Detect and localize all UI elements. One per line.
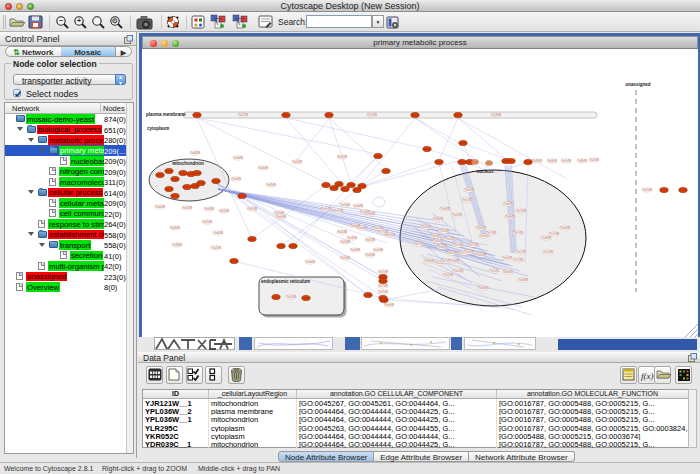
svg-text:Yxx6xW: Yxx6xW <box>170 226 180 230</box>
svg-text:unassigned: unassigned <box>625 82 650 87</box>
svg-text:Yxx1xW: Yxx1xW <box>453 269 463 273</box>
svg-text:Yxx8xW: Yxx8xW <box>190 151 200 155</box>
svg-text:Yxx6xW: Yxx6xW <box>440 207 450 211</box>
svg-text:plasma membrane: plasma membrane <box>146 112 186 117</box>
svg-text:Yxx6xW: Yxx6xW <box>449 259 459 263</box>
svg-text:cytoplasm: cytoplasm <box>147 126 169 131</box>
svg-text:Yxx5xW: Yxx5xW <box>340 240 350 244</box>
svg-text:Yxx4xW: Yxx4xW <box>447 251 457 255</box>
svg-text:Yxx6xW: Yxx6xW <box>476 226 486 230</box>
svg-text:Yxx5xW: Yxx5xW <box>430 234 440 238</box>
svg-text:+: + <box>77 17 81 24</box>
svg-text:Yxx5xW: Yxx5xW <box>421 225 431 229</box>
svg-text:Yxx8xW: Yxx8xW <box>577 159 587 163</box>
svg-text:Yxx3xW: Yxx3xW <box>491 113 501 117</box>
svg-text:Yxx5xW: Yxx5xW <box>439 229 449 233</box>
svg-text:Yxx1xW: Yxx1xW <box>543 250 553 254</box>
svg-text:Yxx1xW: Yxx1xW <box>453 243 463 247</box>
svg-text:Yxx3xW: Yxx3xW <box>347 236 357 240</box>
svg-text:mitochondrion: mitochondrion <box>172 161 204 166</box>
svg-text:Yxx1xW: Yxx1xW <box>462 198 472 202</box>
svg-text:Yxx0xW: Yxx0xW <box>452 213 462 217</box>
svg-text:Yxx0xW: Yxx0xW <box>443 273 453 277</box>
svg-text:Yxx2xW: Yxx2xW <box>292 160 302 164</box>
svg-text:Yxx7xW: Yxx7xW <box>513 258 523 262</box>
svg-text:Yxx5xW: Yxx5xW <box>367 113 377 117</box>
svg-text:Yxx8xW: Yxx8xW <box>505 215 515 219</box>
svg-text:Yxx1xW: Yxx1xW <box>516 250 526 254</box>
svg-text:Yxx7xW: Yxx7xW <box>378 290 388 294</box>
svg-text:Yxx7xW: Yxx7xW <box>486 231 496 235</box>
svg-text:Yxx0xW: Yxx0xW <box>353 204 363 208</box>
svg-text:Yxx7xW: Yxx7xW <box>378 270 388 274</box>
svg-text:Yxx5xW: Yxx5xW <box>286 295 296 299</box>
svg-text:Yxx4xW: Yxx4xW <box>276 215 286 219</box>
svg-text:Yxx2xW: Yxx2xW <box>247 207 257 211</box>
svg-text:Yxx7xW: Yxx7xW <box>333 209 343 213</box>
svg-text:Yxx3xW: Yxx3xW <box>518 278 528 282</box>
svg-text:Yxx8xW: Yxx8xW <box>541 236 551 240</box>
svg-text:Yxx4xW: Yxx4xW <box>258 166 268 170</box>
svg-text:Yxx6xW: Yxx6xW <box>503 202 513 206</box>
svg-text:Yxx1xW: Yxx1xW <box>516 209 526 213</box>
svg-text:Yxx0xW: Yxx0xW <box>155 205 165 209</box>
svg-text:Yxx2xW: Yxx2xW <box>211 246 221 250</box>
svg-text:Yxx3xW: Yxx3xW <box>464 250 474 254</box>
svg-text:Yxx8xW: Yxx8xW <box>433 239 443 243</box>
svg-text:Yxx4xW: Yxx4xW <box>384 303 394 307</box>
svg-text:Yxx4xW: Yxx4xW <box>321 207 331 211</box>
svg-text:Yxx7xW: Yxx7xW <box>513 231 523 235</box>
svg-text:Yxx7xW: Yxx7xW <box>468 243 478 247</box>
svg-text:Yxx5xW: Yxx5xW <box>340 256 350 260</box>
svg-text:Yxx3xW: Yxx3xW <box>365 253 375 257</box>
svg-text:Yxx4xW: Yxx4xW <box>231 177 241 181</box>
svg-text:Yxx7xW: Yxx7xW <box>414 242 424 246</box>
svg-text:Yxx5xW: Yxx5xW <box>340 203 350 207</box>
svg-text:Yxx1xW: Yxx1xW <box>219 209 229 213</box>
svg-text:Yxx4xW: Yxx4xW <box>204 207 214 211</box>
svg-text:Yxx5xW: Yxx5xW <box>502 256 512 260</box>
svg-text:Yxx6xW: Yxx6xW <box>350 248 360 252</box>
svg-text:Yxx4xW: Yxx4xW <box>213 231 223 235</box>
svg-text:Yxx2xW: Yxx2xW <box>274 211 284 215</box>
svg-text:Yxx8xW: Yxx8xW <box>172 243 182 247</box>
svg-text:Yxx7xW: Yxx7xW <box>549 232 559 236</box>
svg-text:Yxx2xW: Yxx2xW <box>337 230 347 234</box>
svg-text:Yxx6xW: Yxx6xW <box>503 270 513 274</box>
svg-text:endoplasmic reticulum: endoplasmic reticulum <box>261 279 310 284</box>
svg-text:Yxx8xW: Yxx8xW <box>424 259 434 263</box>
svg-text:Yxx2xW: Yxx2xW <box>445 237 455 241</box>
svg-text:Yxx8xW: Yxx8xW <box>433 217 443 221</box>
svg-text:Yxx1xW: Yxx1xW <box>489 269 499 273</box>
svg-text:Yxx8xW: Yxx8xW <box>532 159 542 163</box>
svg-text:Yxx2xW: Yxx2xW <box>337 155 347 159</box>
svg-text:Yxx3xW: Yxx3xW <box>266 183 276 187</box>
svg-text:Yxx3xW: Yxx3xW <box>464 188 474 192</box>
svg-text:Yxx0xW: Yxx0xW <box>560 226 570 230</box>
svg-text:⊙: ⊙ <box>112 17 118 24</box>
svg-text:Yxx4xW: Yxx4xW <box>357 226 367 230</box>
svg-text:Yxx2xW: Yxx2xW <box>238 113 248 117</box>
svg-text:Yxx2xW: Yxx2xW <box>589 158 599 162</box>
svg-text:Yxx7xW: Yxx7xW <box>378 284 388 288</box>
svg-text:Yxx2xW: Yxx2xW <box>202 220 212 224</box>
svg-text:Yxx3xW: Yxx3xW <box>437 245 447 249</box>
svg-text:Yxx2xW: Yxx2xW <box>373 248 383 252</box>
svg-text:Yxx6xW: Yxx6xW <box>305 260 315 264</box>
svg-text:−: − <box>59 17 63 24</box>
svg-text:Yxx8xW: Yxx8xW <box>478 286 488 290</box>
svg-text:Yxx1xW: Yxx1xW <box>642 188 652 192</box>
svg-text:Yxx0xW: Yxx0xW <box>182 206 192 210</box>
svg-text:Yxx1xW: Yxx1xW <box>561 159 571 163</box>
svg-text:Yxx6xW: Yxx6xW <box>476 253 486 257</box>
svg-text:Yxx3xW: Yxx3xW <box>365 238 375 242</box>
svg-text:Yxx2xW: Yxx2xW <box>373 226 383 230</box>
svg-text:Yxx3xW: Yxx3xW <box>365 212 375 216</box>
svg-text:Yxx5xW: Yxx5xW <box>547 159 557 163</box>
svg-text:Yxx6xW: Yxx6xW <box>233 156 243 160</box>
svg-text:Yxx5xW: Yxx5xW <box>385 233 395 237</box>
